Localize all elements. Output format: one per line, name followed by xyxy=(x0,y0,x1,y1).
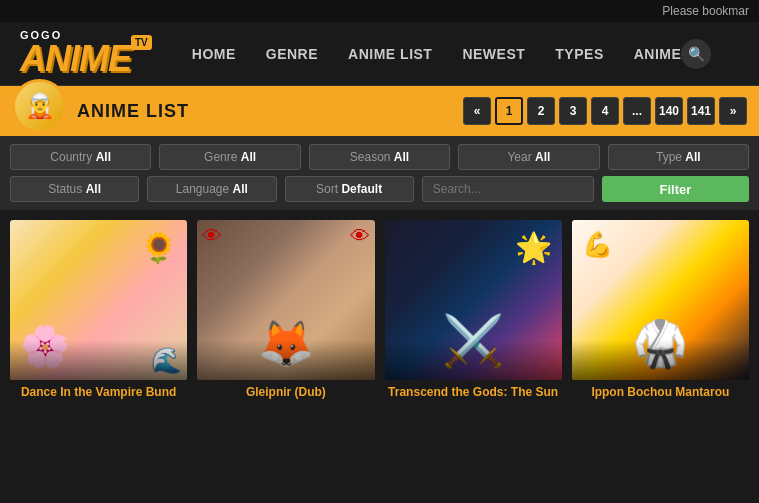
page-1[interactable]: 1 xyxy=(495,97,523,125)
logo-main: ANIME xyxy=(20,41,131,77)
status-label: Status xyxy=(48,182,85,196)
language-label: Language xyxy=(176,182,233,196)
page-next[interactable]: » xyxy=(719,97,747,125)
anime-thumb-2: 🦊 👁 👁 xyxy=(197,220,374,380)
anime-list-title: ANIME LIST xyxy=(77,101,463,122)
country-label: Country xyxy=(50,150,95,164)
filters: Country All Genre All Season All Year Al… xyxy=(0,136,759,210)
anime-title-2: Gleipnir (Dub) xyxy=(197,380,374,401)
pagination: « 1 2 3 4 ... 140 141 » xyxy=(463,97,747,125)
logo: GOGO ANIME TV xyxy=(20,30,152,77)
year-label: Year xyxy=(507,150,535,164)
filter-button[interactable]: Filter xyxy=(602,176,749,202)
genre-value: All xyxy=(241,150,256,164)
genre-filter[interactable]: Genre All xyxy=(159,144,300,170)
anime-thumb-3: ⚔️ 🌟 xyxy=(385,220,562,380)
page-4[interactable]: 4 xyxy=(591,97,619,125)
type-label: Type xyxy=(656,150,685,164)
anime-card-1[interactable]: 🌸 🌻 🌊 Dance In the Vampire Bund xyxy=(10,220,187,401)
main-nav: HOME GENRE ANIME LIST NEWEST TYPES ANIME xyxy=(192,46,682,62)
season-label: Season xyxy=(350,150,394,164)
language-filter[interactable]: Language All xyxy=(147,176,276,202)
page-prev[interactable]: « xyxy=(463,97,491,125)
sort-filter[interactable]: Sort Default xyxy=(285,176,414,202)
page-dots: ... xyxy=(623,97,651,125)
search-icon[interactable]: 🔍 xyxy=(681,39,711,69)
page-3[interactable]: 3 xyxy=(559,97,587,125)
season-filter[interactable]: Season All xyxy=(309,144,450,170)
genre-label: Genre xyxy=(204,150,241,164)
page-140[interactable]: 140 xyxy=(655,97,683,125)
filter-row-1: Country All Genre All Season All Year Al… xyxy=(10,144,749,170)
country-filter[interactable]: Country All xyxy=(10,144,151,170)
page-2[interactable]: 2 xyxy=(527,97,555,125)
nav-types[interactable]: TYPES xyxy=(555,46,603,62)
top-bar: Please bookmar xyxy=(0,0,759,22)
anime-title-3: Transcend the Gods: The Sun xyxy=(385,380,562,401)
status-value: All xyxy=(86,182,101,196)
nav-newest[interactable]: NEWEST xyxy=(462,46,525,62)
sort-value: Default xyxy=(341,182,382,196)
type-filter[interactable]: Type All xyxy=(608,144,749,170)
nav-home[interactable]: HOME xyxy=(192,46,236,62)
type-value: All xyxy=(685,150,700,164)
season-value: All xyxy=(394,150,409,164)
anime-title-1: Dance In the Vampire Bund xyxy=(10,380,187,401)
status-filter[interactable]: Status All xyxy=(10,176,139,202)
anime-grid: 🌸 🌻 🌊 Dance In the Vampire Bund 🦊 👁 👁 Gl… xyxy=(0,210,759,411)
top-bar-text: Please bookmar xyxy=(662,4,749,18)
avatar: 🧝 xyxy=(12,79,67,134)
page-141[interactable]: 141 xyxy=(687,97,715,125)
anime-card-4[interactable]: 🥋 💪 Ippon Bochou Mantarou xyxy=(572,220,749,401)
anime-thumb-1: 🌸 🌻 🌊 xyxy=(10,220,187,380)
nav-anime-list[interactable]: ANIME LIST xyxy=(348,46,432,62)
filter-row-2: Status All Language All Sort Default Fil… xyxy=(10,176,749,202)
language-value: All xyxy=(233,182,248,196)
year-filter[interactable]: Year All xyxy=(458,144,599,170)
nav-genre[interactable]: GENRE xyxy=(266,46,318,62)
search-input[interactable] xyxy=(422,176,594,202)
sort-label: Sort xyxy=(316,182,341,196)
logo-tv: TV xyxy=(131,35,152,50)
anime-card-2[interactable]: 🦊 👁 👁 Gleipnir (Dub) xyxy=(197,220,374,401)
anime-title-4: Ippon Bochou Mantarou xyxy=(572,380,749,401)
year-value: All xyxy=(535,150,550,164)
anime-card-3[interactable]: ⚔️ 🌟 Transcend the Gods: The Sun xyxy=(385,220,562,401)
anime-thumb-4: 🥋 💪 xyxy=(572,220,749,380)
country-value: All xyxy=(96,150,111,164)
nav-anime[interactable]: ANIME xyxy=(634,46,682,62)
header: GOGO ANIME TV HOME GENRE ANIME LIST NEWE… xyxy=(0,22,759,86)
